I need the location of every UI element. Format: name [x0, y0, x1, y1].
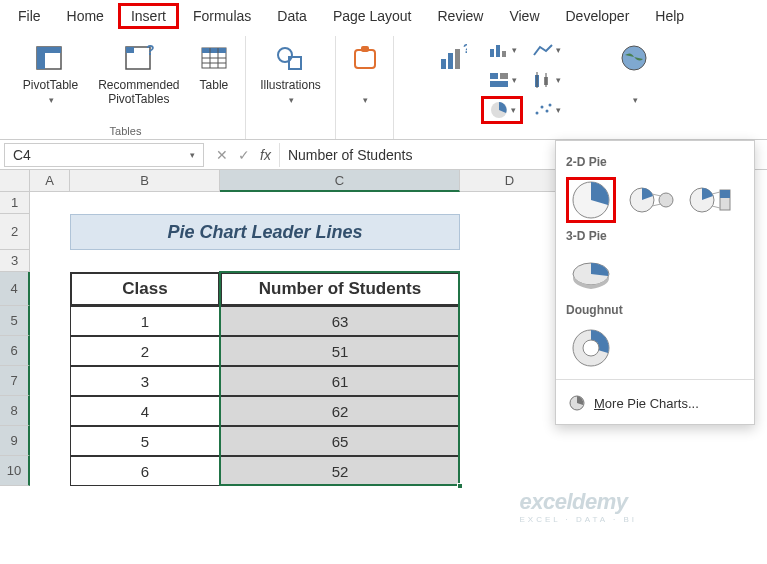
svg-point-35	[622, 46, 646, 70]
col-header-D[interactable]: D	[460, 170, 560, 192]
bar-of-pie-option[interactable]	[686, 177, 736, 223]
recpivot-label-1: Recommended	[98, 78, 179, 92]
maps-button[interactable]: ▾	[613, 36, 655, 111]
scatter-chart-button[interactable]: ▾	[525, 96, 567, 124]
svg-point-32	[540, 106, 543, 109]
ribbon-group-charts: ? ▾ ▾ ▾ ▾ ▾ ▾	[394, 36, 604, 139]
menu-page-layout[interactable]: Page Layout	[321, 4, 424, 28]
menu-developer[interactable]: Developer	[554, 4, 642, 28]
chevron-down-icon: ▾	[363, 95, 368, 105]
menu-file[interactable]: File	[6, 4, 53, 28]
cell-students-7[interactable]: 61	[220, 366, 460, 396]
header-students[interactable]: Number of Students	[220, 272, 460, 306]
col-header-C[interactable]: C	[220, 170, 460, 192]
row-header-4[interactable]: 4	[0, 272, 30, 306]
ribbon-group-illustrations: Illustrations▾	[246, 36, 336, 139]
svg-line-44	[712, 192, 720, 194]
statistic-chart-button[interactable]: ▾	[525, 66, 567, 94]
cell-students-8[interactable]: 62	[220, 396, 460, 426]
table-icon	[200, 40, 228, 76]
svg-point-34	[548, 104, 551, 107]
section-doughnut-label: Doughnut	[566, 303, 744, 317]
chevron-down-icon: ▾	[49, 95, 54, 105]
chevron-down-icon: ▾	[556, 45, 561, 55]
header-class[interactable]: Class	[70, 272, 220, 306]
svg-rect-23	[490, 73, 498, 79]
svg-rect-43	[720, 190, 730, 198]
table-button[interactable]: Table	[194, 36, 235, 96]
svg-rect-2	[37, 47, 61, 53]
row-header-2[interactable]: 2	[0, 214, 30, 250]
tables-group-label: Tables	[110, 125, 142, 137]
chevron-down-icon: ▾	[512, 45, 517, 55]
section-3d-pie-label: 3-D Pie	[566, 229, 744, 243]
svg-text:?: ?	[463, 43, 467, 56]
cell-class-7[interactable]: 3	[70, 366, 220, 396]
col-header-A[interactable]: A	[30, 170, 70, 192]
row-header-1[interactable]: 1	[0, 192, 30, 214]
svg-rect-15	[361, 46, 369, 52]
select-all-corner[interactable]	[0, 170, 30, 192]
hierarchy-chart-button[interactable]: ▾	[481, 66, 523, 94]
doughnut-option[interactable]	[566, 325, 616, 371]
cell-class-5[interactable]: 1	[70, 306, 220, 336]
cell-class-9[interactable]: 5	[70, 426, 220, 456]
recommended-charts-button[interactable]: ?	[431, 36, 473, 96]
name-box[interactable]: C4 ▾	[4, 143, 204, 167]
ribbon-group-maps: ▾	[604, 36, 664, 139]
recommended-pivottables-icon: ?	[124, 40, 154, 76]
title-cell[interactable]: Pie Chart Leader Lines	[70, 214, 460, 250]
selection-fill-handle[interactable]	[457, 483, 463, 489]
menu-insert[interactable]: Insert	[118, 3, 179, 29]
cell-class-6[interactable]: 2	[70, 336, 220, 366]
menu-home[interactable]: Home	[55, 4, 116, 28]
pivottable-label: PivotTable	[23, 78, 78, 92]
row-header-5[interactable]: 5	[0, 306, 30, 336]
menu-formulas[interactable]: Formulas	[181, 4, 263, 28]
ribbon-group-tables: PivotTable▾ ? RecommendedPivotTables Tab…	[6, 36, 246, 139]
svg-rect-24	[500, 73, 508, 79]
svg-rect-16	[441, 59, 446, 69]
illustrations-button[interactable]: Illustrations▾	[254, 36, 327, 111]
row-header-10[interactable]: 10	[0, 456, 30, 486]
addins-icon	[351, 40, 379, 76]
cell-students-10[interactable]: 52	[220, 456, 460, 486]
cell-students-5[interactable]: 63	[220, 306, 460, 336]
pie-2d-option[interactable]	[566, 177, 616, 223]
fx-icon[interactable]: fx	[260, 147, 271, 163]
recommended-pivottables-button[interactable]: ? RecommendedPivotTables	[92, 36, 185, 111]
svg-point-31	[535, 112, 538, 115]
line-chart-button[interactable]: ▾	[525, 36, 567, 64]
chart-type-grid: ▾ ▾ ▾ ▾ ▾ ▾	[481, 36, 567, 124]
enter-icon[interactable]: ✓	[238, 147, 250, 163]
addins-button[interactable]: ▾	[345, 36, 385, 111]
row-header-3[interactable]: 3	[0, 250, 30, 272]
menu-help[interactable]: Help	[643, 4, 696, 28]
cell-class-10[interactable]: 6	[70, 456, 220, 486]
menu-review[interactable]: Review	[426, 4, 496, 28]
more-pie-charts-button[interactable]: More Pie Charts...	[566, 388, 744, 418]
cell-class-8[interactable]: 4	[70, 396, 220, 426]
cell-students-6[interactable]: 51	[220, 336, 460, 366]
cell-students-9[interactable]: 65	[220, 426, 460, 456]
menu-data[interactable]: Data	[265, 4, 319, 28]
name-box-value: C4	[13, 147, 31, 163]
menu-view[interactable]: View	[497, 4, 551, 28]
illustrations-icon	[275, 40, 305, 76]
cancel-icon[interactable]: ✕	[216, 147, 228, 163]
pie-chart-button[interactable]: ▾	[481, 96, 523, 124]
row-header-8[interactable]: 8	[0, 396, 30, 426]
pie-3d-option[interactable]	[566, 251, 616, 297]
pivottable-button[interactable]: PivotTable▾	[17, 36, 84, 111]
row-header-7[interactable]: 7	[0, 366, 30, 396]
menu-bar: File Home Insert Formulas Data Page Layo…	[0, 0, 767, 32]
svg-point-33	[545, 110, 548, 113]
column-chart-button[interactable]: ▾	[481, 36, 523, 64]
row-header-6[interactable]: 6	[0, 336, 30, 366]
svg-rect-17	[448, 53, 453, 69]
pie-of-pie-option[interactable]	[626, 177, 676, 223]
ribbon: PivotTable▾ ? RecommendedPivotTables Tab…	[0, 32, 767, 140]
section-2d-pie-label: 2-D Pie	[566, 155, 744, 169]
col-header-B[interactable]: B	[70, 170, 220, 192]
row-header-9[interactable]: 9	[0, 426, 30, 456]
